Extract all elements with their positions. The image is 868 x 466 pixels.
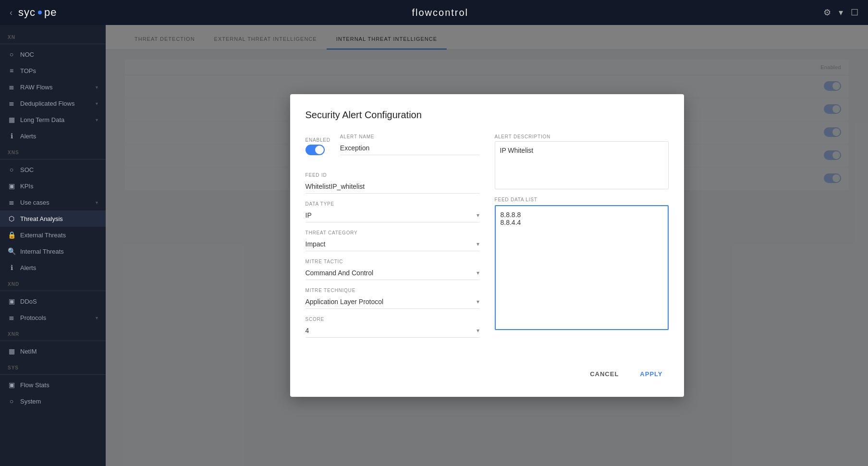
alerts-xns-icon: ℹ	[8, 264, 15, 271]
flow-stats-icon: ▣	[8, 381, 15, 389]
sidebar-item-kpis[interactable]: ▣ KPIs	[0, 178, 106, 194]
dedup-flows-icon: ≣	[8, 99, 15, 107]
threat-category-label: THREAT CATEGORY	[306, 230, 479, 235]
alert-name-value[interactable]: Exception	[340, 141, 479, 155]
alert-name-label: ALERT NAME	[340, 134, 479, 139]
sidebar-item-threat-analysis[interactable]: ⬡ Threat Analysis	[0, 210, 106, 227]
threat-category-select[interactable]: Impact ▾	[306, 237, 479, 251]
sidebar-item-internal-threats[interactable]: 🔍 Internal Threats	[0, 243, 106, 259]
raw-flows-icon: ≣	[8, 83, 15, 91]
sidebar-item-system[interactable]: ○ System	[0, 393, 106, 409]
sidebar-item-raw-flows[interactable]: ≣ RAW Flows ▾	[0, 79, 106, 95]
long-term-chevron-icon: ▾	[96, 117, 98, 123]
alert-description-field: ALERT DESCRIPTION	[495, 134, 669, 191]
sidebar-item-tops[interactable]: ≡ TOPs	[0, 62, 106, 79]
gear-icon[interactable]: ⚙	[823, 7, 831, 18]
security-alert-dialog: Security Alert Configuration ENABLED	[290, 94, 684, 397]
threat-category-arrow-icon: ▾	[477, 241, 479, 247]
feed-id-field: FEED ID WhitelistIP_whitelist	[306, 172, 479, 194]
long-term-icon: ▦	[8, 116, 15, 123]
protocols-icon: ≣	[8, 314, 15, 321]
sidebar-label-use-cases: Use cases	[20, 199, 91, 206]
feed-data-label: FEED DATA LIST	[495, 197, 669, 202]
sidebar-item-flow-stats[interactable]: ▣ Flow Stats	[0, 377, 106, 393]
feed-id-value[interactable]: WhitelistIP_whitelist	[306, 180, 479, 194]
use-cases-icon: ≣	[8, 198, 15, 206]
kpis-icon: ▣	[8, 182, 15, 190]
sidebar-section-sys: SYS	[0, 359, 106, 372]
internal-threats-icon: 🔍	[8, 247, 15, 255]
netim-icon: ▦	[8, 347, 15, 355]
threat-category-value: Impact	[306, 240, 326, 248]
enabled-toggle[interactable]	[306, 145, 325, 155]
sidebar-item-external-threats[interactable]: 🔒 External Threats	[0, 227, 106, 243]
score-arrow-icon: ▾	[477, 327, 479, 334]
mitre-tactic-field: MITRE TACTIC Command And Control ▾	[306, 259, 479, 280]
sidebar-label-threat-analysis: Threat Analysis	[20, 215, 98, 222]
sidebar-label-netim: NetIM	[20, 348, 98, 355]
sidebar-item-long-term[interactable]: ▦ Long Term Data ▾	[0, 111, 106, 128]
sidebar-item-alerts-xns[interactable]: ℹ Alerts	[0, 259, 106, 276]
sidebar-label-raw-flows: RAW Flows	[20, 84, 91, 91]
soc-icon: ○	[8, 166, 15, 173]
sidebar-item-soc[interactable]: ○ SOC	[0, 161, 106, 178]
modal-overlay: Security Alert Configuration ENABLED	[106, 25, 868, 466]
noc-icon: ○	[8, 50, 15, 58]
logo-text-left: syc	[18, 6, 36, 19]
sidebar-label-alerts: Alerts	[20, 133, 98, 140]
mitre-technique-select[interactable]: Application Layer Protocol ▾	[306, 295, 479, 309]
sidebar-section-xn: XN	[0, 29, 106, 42]
apply-button[interactable]: APPLY	[634, 367, 668, 381]
sidebar-section-xnd: XND	[0, 276, 106, 289]
alerts-icon: ℹ	[8, 132, 15, 140]
feed-data-textarea[interactable]	[495, 205, 669, 330]
data-type-value: IP	[306, 211, 312, 219]
dialog-footer: CANCEL APPLY	[306, 359, 669, 381]
header-left: ‹ syc pe	[10, 6, 57, 19]
top-header: ‹ syc pe flowcontrol ⚙ ▾ ☐	[0, 0, 868, 25]
score-select[interactable]: 4 ▾	[306, 324, 479, 338]
sidebar-item-protocols[interactable]: ≣ Protocols ▾	[0, 309, 106, 326]
data-type-arrow-icon: ▾	[477, 212, 479, 219]
page-title: flowcontrol	[412, 7, 468, 18]
mitre-tactic-select[interactable]: Command And Control ▾	[306, 266, 479, 280]
logo: syc pe	[18, 6, 57, 19]
dialog-title: Security Alert Configuration	[306, 110, 669, 121]
cancel-button[interactable]: CANCEL	[584, 367, 624, 381]
enabled-field: ENABLED	[306, 137, 330, 163]
sidebar-item-netim[interactable]: ▦ NetIM	[0, 343, 106, 359]
sidebar-label-system: System	[20, 398, 98, 405]
sidebar-label-kpis: KPIs	[20, 183, 98, 190]
sidebar-item-ddos[interactable]: ▣ DDoS	[0, 293, 106, 309]
mitre-tactic-arrow-icon: ▾	[477, 270, 479, 276]
sidebar-label-long-term: Long Term Data	[20, 116, 91, 123]
notifications-icon[interactable]: ☐	[851, 7, 858, 18]
toggle-row	[306, 145, 330, 155]
sidebar-item-alerts[interactable]: ℹ Alerts	[0, 128, 106, 144]
dedup-flows-chevron-icon: ▾	[96, 101, 98, 106]
raw-flows-chevron-icon: ▾	[96, 85, 98, 90]
logo-text-right: pe	[44, 6, 57, 19]
sidebar-section-xns: XNS	[0, 144, 106, 157]
score-value: 4	[306, 327, 309, 334]
sidebar-item-use-cases[interactable]: ≣ Use cases ▾	[0, 194, 106, 210]
sidebar-item-dedup-flows[interactable]: ≣ Deduplicated Flows ▾	[0, 95, 106, 111]
sidebar-label-noc: NOC	[20, 51, 98, 58]
sidebar-section-xnr: XNR	[0, 326, 106, 339]
sidebar-label-protocols: Protocols	[20, 314, 91, 321]
tops-icon: ≡	[8, 67, 15, 74]
sidebar-label-ddos: DDoS	[20, 298, 98, 305]
sidebar-item-noc[interactable]: ○ NOC	[0, 46, 106, 62]
mitre-technique-arrow-icon: ▾	[477, 298, 479, 305]
feed-data-field: FEED DATA LIST	[495, 197, 669, 345]
back-button[interactable]: ‹	[10, 8, 12, 18]
alert-description-textarea[interactable]	[495, 141, 669, 189]
data-type-label: DATA TYPE	[306, 201, 479, 207]
data-type-select[interactable]: IP ▾	[306, 208, 479, 222]
caret-icon[interactable]: ▾	[839, 7, 843, 18]
use-cases-chevron-icon: ▾	[96, 200, 98, 205]
header-icons: ⚙ ▾ ☐	[823, 7, 858, 18]
mitre-technique-field: MITRE TECHNIQUE Application Layer Protoc…	[306, 288, 479, 309]
external-threats-icon: 🔒	[8, 231, 15, 239]
sidebar-label-soc: SOC	[20, 166, 98, 173]
